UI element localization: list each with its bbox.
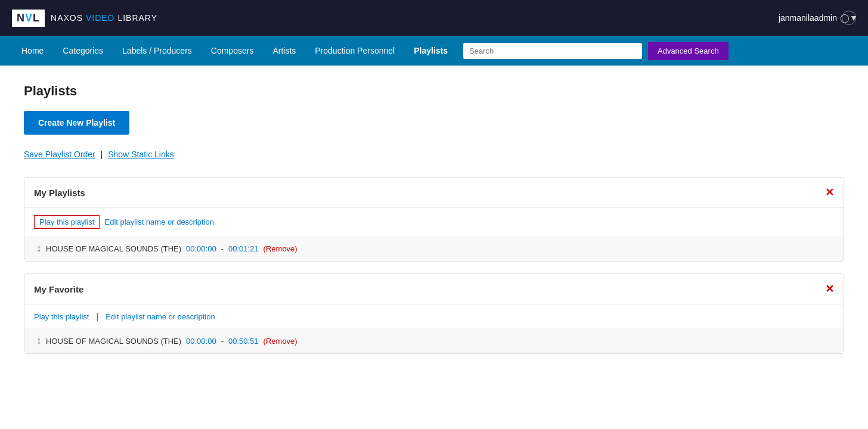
navigation: Home Categories Labels / Producers Compo… [0,36,868,66]
nav-production-personnel[interactable]: Production Personnel [305,36,404,66]
delete-playlist-1-button[interactable]: ✕ [825,186,834,199]
drag-icon-2-0[interactable]: ↕ [36,335,41,346]
drag-icon[interactable]: ↕ [36,243,41,254]
time-end-1-0[interactable]: 00:01:21 [228,244,259,253]
remove-item-2-0[interactable]: (Remove) [264,337,297,346]
logo-box: NVL [12,10,45,27]
logo-v: V [25,12,33,24]
playlist-item-2-0: ↕ HOUSE OF MAGICAL SOUNDS (THE) 00:00:00… [24,328,844,353]
user-icon[interactable]: ◯▼ [842,11,856,25]
user-area: janmanilaadmin ◯▼ [779,11,856,25]
playlist-header-1: My Playlists ✕ [24,178,844,208]
play-playlist-2-link[interactable]: Play this playlist [34,312,89,321]
playlist-actions-2: Play this playlist | Edit playlist name … [24,304,844,328]
time-separator-1-0: - [221,244,224,253]
edit-playlist-2-link[interactable]: Edit playlist name or description [106,312,215,321]
search-input[interactable] [463,43,642,59]
time-start-1-0[interactable]: 00:00:00 [186,244,216,253]
separator: | [101,150,103,159]
create-new-playlist-button[interactable]: Create New Playlist [24,111,129,135]
edit-playlist-1-link[interactable]: Edit playlist name or description [104,217,214,226]
playlist-name-2: My Favorite [34,284,83,294]
links-row: Save Playlist Order | Show Static Links [24,150,844,159]
track-title-2-0: HOUSE OF MAGICAL SOUNDS (THE) [46,337,181,346]
playlist-card-2: My Favorite ✕ Play this playlist | Edit … [24,273,844,354]
brand-video: VIDEO [86,13,115,23]
logo-area: NVL NAXOS VIDEO LIBRARY [12,10,157,27]
advanced-search-button[interactable]: Advanced Search [648,42,728,60]
page-title: Playlists [24,83,844,99]
nav-artists[interactable]: Artists [263,36,305,66]
track-title-1-0: HOUSE OF MAGICAL SOUNDS (THE) [46,244,181,253]
time-end-2-0[interactable]: 00:50:51 [228,337,259,346]
nav-composers[interactable]: Composers [202,36,264,66]
nav-categories[interactable]: Categories [53,36,113,66]
actions-separator-2: | [96,312,98,321]
play-playlist-1-button[interactable]: Play this playlist [34,215,100,229]
header: NVL NAXOS VIDEO LIBRARY janmanilaadmin ◯… [0,0,868,36]
nav-playlists[interactable]: Playlists [404,36,457,66]
delete-playlist-2-button[interactable]: ✕ [825,282,834,296]
playlist-name-1: My Playlists [34,188,85,198]
save-playlist-order-link[interactable]: Save Playlist Order [24,150,95,159]
show-static-links-link[interactable]: Show Static Links [108,150,174,159]
playlist-item-1-0: ↕ HOUSE OF MAGICAL SOUNDS (THE) 00:00:00… [24,236,844,261]
playlist-header-2: My Favorite ✕ [24,274,844,304]
time-start-2-0[interactable]: 00:00:00 [186,337,216,346]
playlist-actions-1: Play this playlist Edit playlist name or… [24,208,844,236]
nav-home[interactable]: Home [12,36,53,66]
username: janmanilaadmin [779,13,837,23]
playlist-card-1: My Playlists ✕ Play this playlist Edit p… [24,177,844,262]
search-container [463,43,642,59]
main-content: Playlists Create New Playlist Save Playl… [0,66,868,429]
time-separator-2-0: - [221,337,224,346]
brand-name: NAXOS VIDEO LIBRARY [51,13,157,23]
remove-item-1-0[interactable]: (Remove) [264,244,297,253]
nav-labels-producers[interactable]: Labels / Producers [113,36,202,66]
